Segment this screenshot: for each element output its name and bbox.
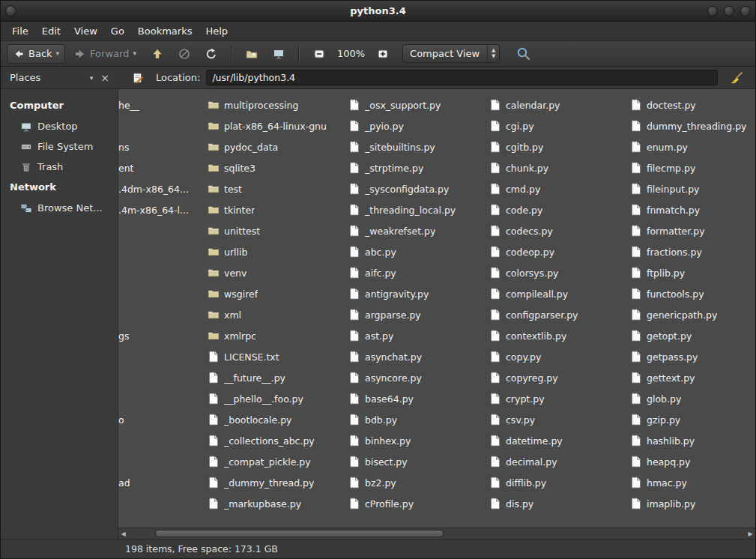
file-item[interactable]: gs	[118, 325, 205, 346]
file-item[interactable]: formatter.py	[627, 220, 755, 241]
sidebar-item-browse-network[interactable]: Browse Net...	[1, 198, 118, 218]
file-item[interactable]: compileall.py	[486, 283, 627, 304]
file-item[interactable]: unittest	[205, 220, 345, 241]
file-item[interactable]: cgi.py	[486, 115, 627, 136]
forward-dropdown-caret-icon[interactable]: ▾	[133, 50, 136, 57]
file-item[interactable]	[118, 220, 205, 241]
file-item[interactable]: _strptime.py	[345, 157, 486, 178]
show-desktop-button[interactable]	[267, 44, 291, 64]
file-item[interactable]: fractions.py	[627, 241, 755, 262]
file-item[interactable]: ent	[118, 157, 205, 178]
back-dropdown-caret-icon[interactable]: ▾	[56, 50, 60, 57]
edit-location-button[interactable]	[126, 68, 150, 88]
file-item[interactable]: contextlib.py	[486, 325, 627, 346]
file-item[interactable]: genericpath.py	[627, 304, 755, 325]
file-item[interactable]: venv	[205, 262, 345, 283]
file-item[interactable]: colorsys.py	[486, 262, 627, 283]
file-item[interactable]	[118, 241, 205, 262]
view-mode-spinner-icon[interactable]: ▲ ▼	[487, 45, 499, 62]
file-item[interactable]: urllib	[205, 241, 345, 262]
file-item[interactable]: he__	[118, 94, 205, 115]
file-item[interactable]: calendar.py	[486, 94, 627, 115]
file-item[interactable]: abc.py	[345, 241, 486, 262]
file-item[interactable]: asynchat.py	[345, 346, 486, 367]
file-item[interactable]: _osx_support.py	[345, 94, 486, 115]
file-item[interactable]	[118, 346, 205, 367]
file-item[interactable]: _threading_local.py	[345, 199, 486, 220]
stop-button[interactable]	[172, 44, 196, 64]
file-item[interactable]	[118, 388, 205, 409]
file-item[interactable]: _bootlocale.py	[205, 409, 345, 430]
file-item[interactable]: functools.py	[627, 283, 755, 304]
file-item[interactable]: enum.py	[627, 136, 755, 157]
file-item[interactable]: argparse.py	[345, 304, 486, 325]
scroll-left-icon[interactable]: ◀	[118, 531, 128, 537]
file-item[interactable]: code.py	[486, 199, 627, 220]
file-item[interactable]: _pyio.py	[345, 115, 486, 136]
file-item[interactable]: dis.py	[486, 493, 627, 514]
places-close-icon[interactable]: ×	[97, 73, 112, 83]
file-item[interactable]: pydoc_data	[205, 136, 345, 157]
file-item[interactable]: asyncore.py	[345, 367, 486, 388]
file-item[interactable]: antigravity.py	[345, 283, 486, 304]
file-item[interactable]: ftplib.py	[627, 262, 755, 283]
scroll-right-icon[interactable]: ▶	[746, 531, 755, 537]
file-item[interactable]: codeop.py	[486, 241, 627, 262]
file-item[interactable]: heapq.py	[627, 451, 755, 472]
file-item[interactable]: tkinter	[205, 199, 345, 220]
file-item[interactable]	[118, 430, 205, 451]
back-button[interactable]: Back ▾	[7, 44, 65, 64]
file-item[interactable]: multiprocessing	[205, 94, 345, 115]
file-item[interactable]: cgitb.py	[486, 136, 627, 157]
file-item[interactable]	[118, 304, 205, 325]
location-input[interactable]	[206, 70, 718, 85]
menu-item[interactable]: View	[67, 23, 104, 39]
file-item[interactable]: codecs.py	[486, 220, 627, 241]
file-item[interactable]: LICENSE.txt	[205, 346, 345, 367]
file-item[interactable]: o	[118, 409, 205, 430]
file-item[interactable]: test	[205, 178, 345, 199]
file-item[interactable]: _markupbase.py	[205, 493, 345, 514]
scrollbar-track[interactable]	[128, 528, 746, 539]
view-mode-select[interactable]: Compact View ▲ ▼	[402, 44, 500, 63]
zoom-in-button[interactable]	[371, 44, 395, 64]
file-item[interactable]: _collections_abc.py	[205, 430, 345, 451]
window-menu-icon[interactable]	[5, 5, 16, 16]
file-item[interactable]: fnmatch.py	[627, 199, 755, 220]
file-item[interactable]	[118, 451, 205, 472]
file-item[interactable]: fileinput.py	[627, 178, 755, 199]
file-item[interactable]: cmd.py	[486, 178, 627, 199]
file-item[interactable]: _compat_pickle.py	[205, 451, 345, 472]
file-item[interactable]: base64.py	[345, 388, 486, 409]
file-item[interactable]: _weakrefset.py	[345, 220, 486, 241]
file-item[interactable]: xml	[205, 304, 345, 325]
file-item[interactable]: configparser.py	[486, 304, 627, 325]
file-item[interactable]: crypt.py	[486, 388, 627, 409]
file-item[interactable]: wsgiref	[205, 283, 345, 304]
minimize-button[interactable]	[707, 6, 718, 16]
file-item[interactable]: hmac.py	[627, 472, 755, 493]
file-item[interactable]: .4dm-x86_64...	[118, 178, 205, 199]
file-item[interactable]: hashlib.py	[627, 430, 755, 451]
file-item[interactable]: bdb.py	[345, 409, 486, 430]
sidebar-item-file-system[interactable]: File System	[1, 136, 118, 157]
horizontal-scrollbar[interactable]: ◀ ▶	[118, 528, 755, 539]
file-item[interactable]: getopt.py	[627, 325, 755, 346]
refresh-button[interactable]	[199, 44, 223, 64]
file-item[interactable]: decimal.py	[486, 451, 627, 472]
file-item[interactable]: plat-x86_64-linux-gnu	[205, 115, 345, 136]
scrollbar-thumb[interactable]	[155, 530, 444, 537]
file-item[interactable]: binhex.py	[345, 430, 486, 451]
file-item[interactable]: bisect.py	[345, 451, 486, 472]
file-item[interactable]	[118, 493, 205, 514]
menu-item[interactable]: Go	[104, 23, 131, 39]
file-item[interactable]: copyreg.py	[486, 367, 627, 388]
file-item[interactable]: dummy_threading.py	[627, 115, 755, 136]
close-button[interactable]	[740, 6, 751, 16]
file-item[interactable]: imaplib.py	[627, 493, 755, 514]
file-item[interactable]: doctest.py	[627, 94, 755, 115]
file-item[interactable]: ast.py	[345, 325, 486, 346]
file-item[interactable]: _sitebuiltins.py	[345, 136, 486, 157]
file-item[interactable]: aifc.py	[345, 262, 486, 283]
file-item[interactable]: copy.py	[486, 346, 627, 367]
